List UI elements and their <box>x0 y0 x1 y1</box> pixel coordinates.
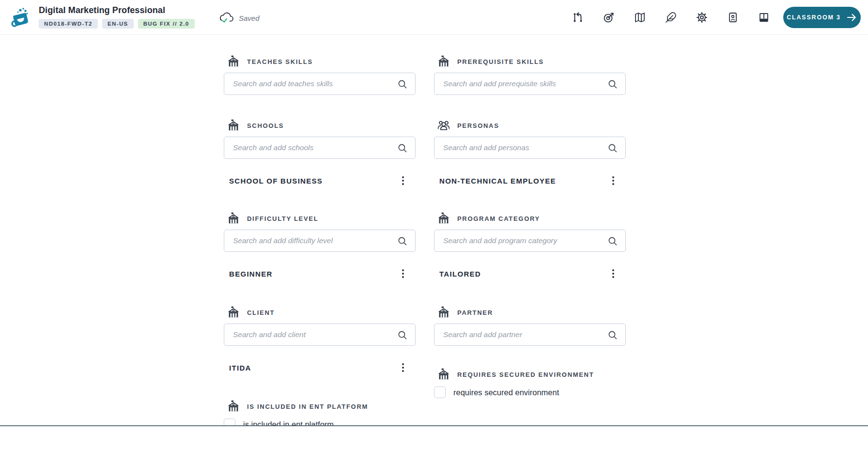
client-search-input[interactable] <box>224 324 415 345</box>
map-button[interactable] <box>630 8 650 27</box>
selected-item: SCHOOL OF BUSINESS <box>224 174 416 187</box>
school-icon <box>437 368 450 381</box>
school-icon <box>437 306 450 319</box>
save-status-label: Saved <box>239 14 260 22</box>
section-schools: SCHOOLS SCHOOL OF BUSINESS <box>224 118 416 187</box>
personas-icon <box>437 119 450 132</box>
kebab-icon <box>397 268 409 279</box>
git-compare-button[interactable] <box>568 8 588 27</box>
selected-item: ITIDA <box>224 361 416 374</box>
section-label: PROGRAM CATEGORY <box>457 215 540 222</box>
checkbox-label: requires secured environment <box>453 388 559 397</box>
kebab-icon <box>607 268 619 279</box>
map-icon <box>634 12 646 23</box>
selected-item: TAILORED <box>434 267 626 280</box>
section-label: PERSONAS <box>457 122 499 129</box>
school-icon <box>227 55 240 68</box>
difficulty-level-search-input[interactable] <box>224 230 415 251</box>
cloud-check-icon <box>218 12 234 25</box>
section-label: IS INCLUDED IN ENT PLATFORM <box>247 403 368 410</box>
app-header: Digital Marketing Professional ND018-FWD… <box>0 0 868 35</box>
item-menu-button[interactable] <box>607 175 619 186</box>
target-icon <box>603 12 615 23</box>
section-label: TEACHES SKILLS <box>247 58 313 65</box>
selected-item-label: ITIDA <box>229 364 251 372</box>
section-label: CLIENT <box>247 309 275 316</box>
panels-icon <box>758 12 770 23</box>
kebab-icon <box>607 175 619 186</box>
bottom-panel-edge <box>0 425 868 449</box>
selected-item-label: NON-TECHNICAL EMPLOYEE <box>439 177 556 185</box>
gear-icon <box>696 12 708 23</box>
badge-row: ND018-FWD-T2 EN-US BUG FIX // 2.0 <box>39 19 195 29</box>
selected-item-label: SCHOOL OF BUSINESS <box>229 177 323 185</box>
section-difficulty-level: DIFFICULTY LEVEL BEGINNER <box>224 211 416 280</box>
program-category-search-input[interactable] <box>434 230 625 251</box>
target-button[interactable] <box>599 8 619 27</box>
kebab-icon <box>397 362 409 373</box>
section-client: CLIENT ITIDA <box>224 305 416 374</box>
section-requires-secured-environment: REQUIRES SECURED ENVIRONMENT requires se… <box>434 367 626 398</box>
item-menu-button[interactable] <box>397 268 409 279</box>
partner-search-input[interactable] <box>434 324 625 345</box>
title-block: Digital Marketing Professional ND018-FWD… <box>39 5 195 29</box>
section-teaches-skills: TEACHES SKILLS <box>224 54 416 95</box>
item-menu-button[interactable] <box>607 268 619 279</box>
id-card-icon <box>727 12 739 23</box>
classroom-button-label: CLASSROOM 3 <box>787 14 840 21</box>
header-toolbar <box>568 8 774 27</box>
personas-search-input[interactable] <box>434 137 625 158</box>
feather-icon <box>665 12 677 23</box>
section-label: DIFFICULTY LEVEL <box>247 215 318 222</box>
section-label: SCHOOLS <box>247 122 284 129</box>
selected-item-label: BEGINNER <box>229 270 273 278</box>
app-logo-icon[interactable] <box>11 6 31 29</box>
section-partner: PARTNER <box>434 305 626 346</box>
requires-secured-environment-checkbox[interactable] <box>434 387 446 398</box>
school-icon <box>227 306 240 319</box>
form-left-column: TEACHES SKILLS SCHOOLS SCHOOL OF BUSINES… <box>224 54 416 430</box>
form-right-column: PREREQUISITE SKILLS PERSONAS NON-TECHNIC… <box>434 54 626 430</box>
classroom-button[interactable]: CLASSROOM 3 <box>783 7 861 28</box>
locale-badge: EN-US <box>102 19 134 29</box>
selected-item: NON-TECHNICAL EMPLOYEE <box>434 174 626 187</box>
school-icon <box>227 400 240 413</box>
section-label: PREREQUISITE SKILLS <box>457 58 544 65</box>
section-prerequisite-skills: PREREQUISITE SKILLS <box>434 54 626 95</box>
school-icon <box>437 212 450 225</box>
course-code-badge: ND018-FWD-T2 <box>39 19 98 29</box>
panels-button[interactable] <box>754 8 774 27</box>
page-title: Digital Marketing Professional <box>39 5 195 15</box>
section-label: PARTNER <box>457 309 493 316</box>
metadata-form: TEACHES SKILLS SCHOOLS SCHOOL OF BUSINES… <box>224 54 627 430</box>
version-badge: BUG FIX // 2.0 <box>138 19 195 29</box>
selected-item-label: TAILORED <box>439 270 481 278</box>
kebab-icon <box>397 175 409 186</box>
school-icon <box>227 212 240 225</box>
school-icon <box>227 119 240 132</box>
arrow-right-icon <box>846 12 857 23</box>
section-program-category: PROGRAM CATEGORY TAILORED <box>434 211 626 280</box>
prerequisite-skills-search-input[interactable] <box>434 73 625 94</box>
section-label: REQUIRES SECURED ENVIRONMENT <box>457 371 594 378</box>
teaches-skills-search-input[interactable] <box>224 73 415 94</box>
feather-button[interactable] <box>661 8 681 27</box>
school-icon <box>437 55 450 68</box>
section-personas: PERSONAS NON-TECHNICAL EMPLOYEE <box>434 118 626 187</box>
item-menu-button[interactable] <box>397 175 409 186</box>
item-menu-button[interactable] <box>397 362 409 373</box>
schools-search-input[interactable] <box>224 137 415 158</box>
selected-item: BEGINNER <box>224 267 416 280</box>
git-compare-icon <box>572 12 584 23</box>
save-status: Saved <box>218 11 260 25</box>
id-card-button[interactable] <box>723 8 743 27</box>
settings-button[interactable] <box>692 8 712 27</box>
